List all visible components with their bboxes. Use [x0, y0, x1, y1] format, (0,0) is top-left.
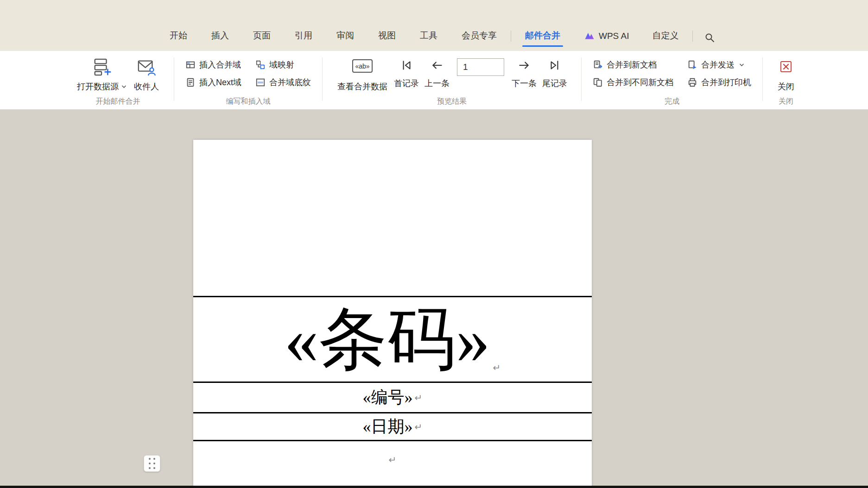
- recipients-icon: [137, 56, 156, 77]
- first-record-icon: [399, 56, 413, 74]
- tab-page[interactable]: 页面: [241, 30, 283, 51]
- paragraph-mark-icon: ↵: [389, 454, 397, 465]
- chevron-down-icon: [739, 63, 744, 67]
- group-caption-start: 开始邮件合并: [73, 94, 163, 107]
- next-record-label: 下一条: [512, 78, 537, 89]
- drag-handle[interactable]: [144, 455, 160, 472]
- view-merged-data-label: 查看合并数据: [337, 81, 387, 92]
- record-number-input[interactable]: [457, 58, 504, 76]
- document-page[interactable]: «条码» ↵ «编号» ↵ «日期» ↵ ↵: [193, 140, 592, 488]
- wps-ai-label: WPS AI: [599, 31, 629, 41]
- insert-merge-field-button[interactable]: 插入合并域: [185, 59, 241, 70]
- merge-field-barcode[interactable]: «条码»: [285, 305, 490, 374]
- first-record-label: 首记录: [394, 78, 419, 89]
- wps-ai-logo-icon: [583, 31, 596, 42]
- taskbar-edge: [0, 486, 868, 488]
- merge-field-date[interactable]: «日期»: [363, 415, 413, 438]
- merge-send-label: 合并发送: [701, 59, 735, 70]
- insert-merge-field-label: 插入合并域: [199, 59, 241, 70]
- merge-to-new-document-button[interactable]: 合并到新文档: [593, 59, 673, 70]
- ribbon-group-start-mail-merge: 打开数据源 收件人 开始邮件合并: [73, 56, 163, 107]
- page-blank-space: [193, 140, 592, 296]
- field-mapping-label: 域映射: [269, 59, 294, 70]
- merge-to-different-documents-button[interactable]: 合并到不同新文档: [593, 77, 673, 88]
- tab-home[interactable]: 开始: [158, 30, 199, 51]
- tab-view[interactable]: 视图: [366, 30, 408, 51]
- next-record-button[interactable]: 下一条: [509, 56, 539, 89]
- merge-field-number-row[interactable]: «编号» ↵: [193, 382, 592, 412]
- prev-record-button[interactable]: 上一条: [422, 56, 452, 89]
- first-record-button[interactable]: 首记录: [391, 56, 422, 89]
- ribbon-mail-merge: 打开数据源 收件人 开始邮件合并: [0, 51, 868, 110]
- open-datasource-label: 打开数据源: [77, 81, 119, 92]
- ribbon-group-close: 关闭 关闭: [774, 56, 798, 107]
- table-bottom-border: [193, 440, 592, 441]
- ribbon-divider: [762, 57, 763, 101]
- close-label: 关闭: [778, 81, 794, 92]
- search-icon: [704, 32, 715, 43]
- tab-tools[interactable]: 工具: [408, 30, 450, 51]
- arrow-right-icon: [517, 56, 531, 74]
- view-merged-data-button[interactable]: «ab» 查看合并数据: [334, 56, 391, 92]
- menu-divider: [511, 31, 511, 42]
- field-mapping-button[interactable]: 域映射: [255, 59, 311, 70]
- merge-diff-docs-icon: [593, 77, 603, 88]
- merge-field-shading-label: 合并域底纹: [269, 77, 311, 88]
- last-record-label: 尾记录: [542, 78, 567, 89]
- insert-next-field-label: 插入Next域: [199, 77, 241, 88]
- field-shading-icon: [255, 77, 266, 88]
- merge-send-icon: [687, 60, 697, 70]
- next-field-icon: [185, 77, 196, 88]
- datasource-icon: [92, 56, 112, 77]
- menu-bar: 开始 插入 页面 引用 审阅 视图 工具 会员专享 邮件合并 WPS AI 自定…: [0, 0, 868, 51]
- merge-to-printer-button[interactable]: 合并到打印机: [687, 77, 751, 88]
- merge-field-number[interactable]: «编号»: [363, 386, 413, 409]
- tab-member[interactable]: 会员专享: [450, 30, 509, 51]
- last-record-button[interactable]: 尾记录: [539, 56, 570, 89]
- group-caption-write: 编写和插入域: [185, 94, 311, 107]
- merge-field-icon: [185, 60, 196, 70]
- ribbon-divider: [174, 57, 174, 101]
- merge-to-different-documents-label: 合并到不同新文档: [607, 77, 673, 88]
- tab-reference[interactable]: 引用: [283, 30, 324, 51]
- close-merge-button[interactable]: 关闭: [774, 56, 798, 92]
- chevron-down-icon: [121, 85, 127, 88]
- field-mapping-icon: [255, 60, 266, 70]
- group-caption-close: 关闭: [774, 94, 798, 107]
- open-datasource-button[interactable]: 打开数据源: [73, 56, 130, 92]
- ribbon-group-preview-results: «ab» 查看合并数据 首记录 上一条: [334, 56, 570, 107]
- merge-new-doc-icon: [593, 60, 603, 70]
- recipients-label: 收件人: [134, 81, 159, 92]
- search-button[interactable]: [695, 32, 724, 51]
- ribbon-divider: [322, 57, 323, 101]
- group-caption-finish: 完成: [593, 94, 751, 107]
- paragraph-mark-icon: ↵: [415, 421, 423, 432]
- ribbon-group-write-insert-fields: 插入合并域 插入Next域: [185, 56, 311, 107]
- ribbon-divider: [581, 57, 582, 101]
- close-icon: [779, 56, 792, 77]
- tab-review[interactable]: 审阅: [324, 30, 366, 51]
- merge-field-date-row[interactable]: «日期» ↵: [193, 412, 592, 440]
- prev-record-label: 上一条: [424, 78, 450, 89]
- printer-icon: [687, 77, 697, 88]
- tab-custom[interactable]: 自定义: [640, 30, 691, 51]
- merge-field-barcode-row[interactable]: «条码» ↵: [193, 296, 592, 382]
- tab-mail-merge[interactable]: 邮件合并: [513, 30, 572, 51]
- paragraph-mark-icon: ↵: [493, 363, 501, 372]
- merge-send-button[interactable]: 合并发送: [687, 59, 751, 70]
- last-record-icon: [548, 56, 562, 74]
- group-caption-preview: 预览结果: [334, 94, 570, 107]
- recipients-button[interactable]: 收件人: [130, 56, 163, 92]
- ribbon-group-finish: 合并到新文档 合并到不同新文档: [593, 56, 751, 107]
- menu-divider: [692, 31, 693, 42]
- arrow-left-icon: [430, 56, 444, 74]
- merge-field-shading-button[interactable]: 合并域底纹: [255, 77, 311, 88]
- tab-wps-ai[interactable]: WPS AI: [572, 31, 640, 51]
- view-merged-data-icon-text: «ab»: [355, 63, 369, 70]
- merge-to-printer-label: 合并到打印机: [701, 77, 751, 88]
- insert-next-field-button[interactable]: 插入Next域: [185, 77, 241, 88]
- document-canvas: «条码» ↵ «编号» ↵ «日期» ↵ ↵: [0, 110, 868, 488]
- paragraph-mark-icon: ↵: [415, 392, 423, 403]
- view-merged-data-icon: «ab»: [352, 56, 373, 77]
- tab-insert[interactable]: 插入: [199, 30, 241, 51]
